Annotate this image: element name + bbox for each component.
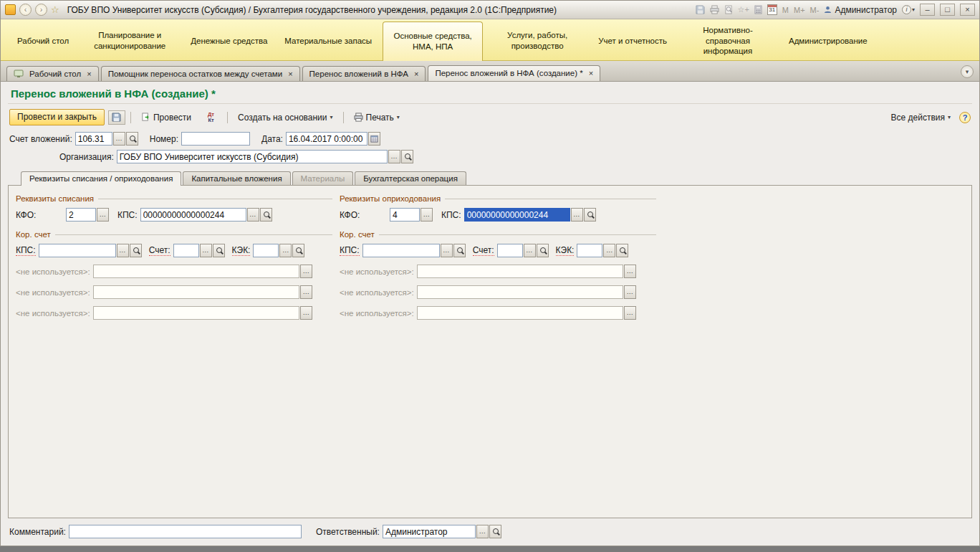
writeoff-kor-kps-select-button[interactable]: ...: [117, 244, 129, 257]
writeoff-analytics-input-2[interactable]: [93, 285, 299, 299]
all-actions-button[interactable]: Все действия ▾: [886, 110, 956, 125]
responsible-input[interactable]: [383, 525, 476, 538]
current-user-button[interactable]: Администратор: [824, 5, 897, 15]
receipt-kor-kek-select-button[interactable]: ...: [603, 244, 615, 257]
receipt-analytics-select-2[interactable]: ...: [624, 285, 636, 299]
section-fixed-assets[interactable]: Основные средства, НМА, НПА: [383, 22, 483, 61]
calendar-icon[interactable]: 31: [767, 4, 777, 15]
back-button[interactable]: ‹: [19, 4, 32, 16]
print-preview-icon[interactable]: [724, 5, 733, 14]
writeoff-kor-kps-input[interactable]: [39, 244, 116, 257]
tab-nfa-transfer-new[interactable]: Перенос вложений в НФА (создание) * ×: [428, 65, 600, 81]
section-cash[interactable]: Денежные средства: [184, 22, 274, 60]
receipt-kfo-input[interactable]: [390, 208, 420, 222]
writeoff-kor-account-open-button[interactable]: [213, 244, 225, 257]
organization-open-button[interactable]: [401, 150, 413, 163]
print-icon[interactable]: [710, 5, 719, 14]
tab-nfa-transfer-list[interactable]: Перенос вложений в НФА ×: [302, 66, 426, 81]
save-button[interactable]: [108, 110, 125, 125]
section-administration[interactable]: Администрирование: [782, 22, 874, 60]
responsible-select-button[interactable]: ...: [476, 525, 489, 538]
receipt-kor-kps-select-button[interactable]: ...: [441, 244, 453, 257]
writeoff-kor-account-input[interactable]: [173, 244, 199, 257]
writeoff-kps-input[interactable]: [140, 208, 246, 222]
investment-account-input[interactable]: [75, 132, 112, 146]
writeoff-analytics-select-2[interactable]: ...: [300, 285, 312, 299]
receipt-kor-kek-input[interactable]: [577, 244, 602, 257]
calculator-icon[interactable]: [754, 5, 762, 14]
post-and-close-button[interactable]: Провести и закрыть: [9, 109, 105, 125]
close-icon[interactable]: ×: [414, 70, 418, 78]
receipt-kor-account-select-button[interactable]: ...: [524, 244, 536, 257]
memory-m-minus-button[interactable]: M-: [810, 6, 820, 14]
section-services[interactable]: Услуги, работы, производство: [487, 22, 587, 60]
forward-button[interactable]: ›: [35, 4, 47, 16]
receipt-kor-kps-open-button[interactable]: [453, 244, 466, 257]
organization-row: Организация: ...: [8, 148, 972, 166]
help-button[interactable]: ?: [959, 112, 971, 123]
writeoff-analytics-input-3[interactable]: [93, 306, 299, 320]
receipt-analytics-input-3[interactable]: [417, 306, 623, 320]
tab-list-button[interactable]: ▾: [961, 65, 974, 78]
show-postings-dtkt-button[interactable]: ДтКт: [200, 110, 222, 125]
writeoff-analytics-input-1[interactable]: [93, 265, 299, 278]
receipt-analytics-select-3[interactable]: ...: [624, 306, 636, 320]
writeoff-kor-kek-select-button[interactable]: ...: [279, 244, 292, 257]
receipt-kps-input[interactable]: [464, 208, 570, 222]
receipt-kor-account-input[interactable]: [497, 244, 523, 257]
tab-writeoff-receipt-details[interactable]: Реквизиты списания / оприходования: [21, 171, 181, 186]
service-info-button[interactable]: i ▾: [902, 5, 915, 14]
writeoff-analytics-select-3[interactable]: ...: [300, 306, 312, 320]
receipt-analytics-input-2[interactable]: [417, 285, 623, 299]
responsible-open-button[interactable]: [489, 525, 501, 538]
writeoff-kps-select-button[interactable]: ...: [247, 208, 259, 222]
memory-m-button[interactable]: M: [782, 6, 789, 14]
receipt-kor-kps-input[interactable]: [362, 244, 440, 257]
tab-capital-investments[interactable]: Капитальные вложения: [183, 171, 290, 185]
organization-input[interactable]: [117, 150, 388, 163]
writeoff-kor-kps-open-button[interactable]: [130, 244, 142, 257]
writeoff-kor-account-select-button[interactable]: ...: [200, 244, 212, 257]
favorites-icon[interactable]: ☆: [51, 4, 59, 15]
receipt-kor-account-open-button[interactable]: [537, 244, 549, 257]
receipt-analytics-select-1[interactable]: ...: [624, 265, 636, 278]
section-accounting[interactable]: Учет и отчетность: [592, 22, 673, 60]
receipt-kps-open-button[interactable]: [584, 208, 596, 222]
create-based-on-button[interactable]: Создать на основании ▾: [233, 110, 338, 125]
writeoff-kfo-select-button[interactable]: ...: [97, 208, 109, 222]
minimize-button[interactable]: –: [920, 4, 935, 16]
comment-input[interactable]: [69, 525, 302, 538]
add-favorite-icon[interactable]: ☆+: [738, 5, 749, 14]
date-input[interactable]: [286, 132, 368, 146]
investment-account-open-button[interactable]: [126, 132, 138, 146]
close-icon[interactable]: ×: [87, 70, 91, 78]
section-reference[interactable]: Нормативно-справочная информация: [678, 22, 778, 60]
receipt-kor-kek-open-button[interactable]: [616, 244, 628, 257]
writeoff-kor-kek-open-button[interactable]: [292, 244, 304, 257]
writeoff-kor-kek-input[interactable]: [253, 244, 279, 257]
close-icon[interactable]: ×: [288, 70, 292, 78]
maximize-button[interactable]: □: [940, 4, 955, 16]
receipt-kfo-select-button[interactable]: ...: [421, 208, 433, 222]
section-desktop[interactable]: Рабочий стол: [11, 22, 75, 60]
writeoff-kfo-input[interactable]: [66, 208, 96, 222]
close-button[interactable]: ×: [960, 4, 975, 16]
memory-m-plus-button[interactable]: M+: [794, 6, 805, 14]
organization-select-button[interactable]: ...: [388, 150, 400, 163]
investment-account-select-button[interactable]: ...: [113, 132, 125, 146]
receipt-analytics-input-1[interactable]: [417, 265, 623, 278]
print-button[interactable]: Печать ▾: [349, 110, 405, 125]
section-inventory[interactable]: Материальные запасы: [278, 22, 378, 60]
close-icon[interactable]: ×: [589, 70, 593, 77]
writeoff-analytics-select-1[interactable]: ...: [300, 265, 312, 278]
save-icon[interactable]: [696, 5, 705, 14]
receipt-kps-select-button[interactable]: ...: [571, 208, 583, 222]
tab-balance-transfer-assistant[interactable]: Помощник переноса остатков между счетами…: [101, 66, 300, 81]
number-input[interactable]: [181, 132, 250, 146]
post-button[interactable]: Провести: [136, 110, 196, 125]
writeoff-kps-open-button[interactable]: [260, 208, 272, 222]
tab-accounting-operation[interactable]: Бухгалтерская операция: [355, 171, 466, 185]
section-planning[interactable]: Планирование и санкционирование: [80, 22, 180, 60]
date-picker-button[interactable]: [368, 132, 380, 146]
tab-desktop[interactable]: Рабочий стол ×: [6, 66, 99, 81]
